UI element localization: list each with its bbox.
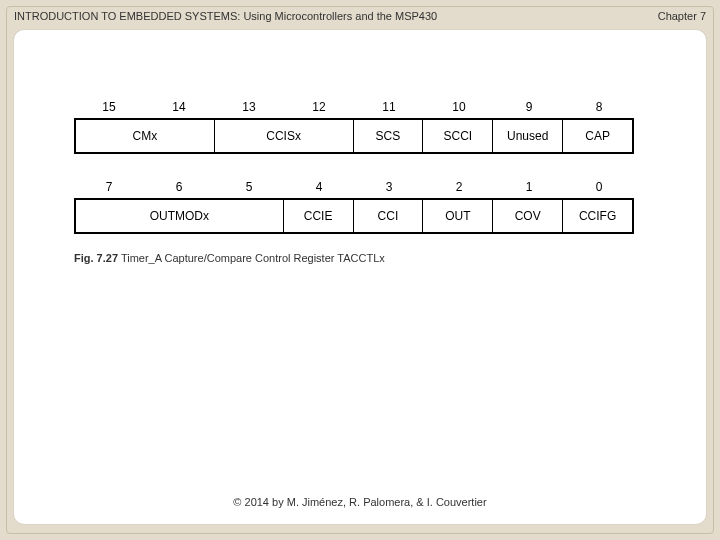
bit-number: 4 (284, 180, 354, 194)
bit-number: 2 (424, 180, 494, 194)
field-ccifg: CCIFG (563, 200, 632, 232)
bit-number: 3 (354, 180, 424, 194)
field-cap: CAP (563, 120, 632, 152)
field-scci: SCCI (423, 120, 493, 152)
figure-caption: Fig. 7.27 Timer_A Capture/Compare Contro… (74, 252, 634, 264)
register-upper-row: CMx CCISx SCS SCCI Unused CAP (74, 118, 634, 154)
field-scs: SCS (354, 120, 424, 152)
field-cov: COV (493, 200, 563, 232)
bit-number: 13 (214, 100, 284, 114)
bit-number: 5 (214, 180, 284, 194)
bit-number: 1 (494, 180, 564, 194)
slide-page: 15 14 13 12 11 10 9 8 CMx CCISx SCS SCCI… (14, 30, 706, 524)
field-outmodx: OUTMODx (76, 200, 284, 232)
register-diagram: 15 14 13 12 11 10 9 8 CMx CCISx SCS SCCI… (74, 100, 634, 264)
field-unused: Unused (493, 120, 563, 152)
field-out: OUT (423, 200, 493, 232)
bit-number: 7 (74, 180, 144, 194)
field-cmx: CMx (76, 120, 215, 152)
book-title: INTRODUCTION TO EMBEDDED SYSTEMS: Using … (14, 10, 437, 22)
register-lower-row: OUTMODx CCIE CCI OUT COV CCIFG (74, 198, 634, 234)
bit-number: 11 (354, 100, 424, 114)
bit-number: 9 (494, 100, 564, 114)
bit-number: 8 (564, 100, 634, 114)
bit-number: 12 (284, 100, 354, 114)
copyright-footer: © 2014 by M. Jiménez, R. Palomera, & I. … (14, 496, 706, 508)
bit-number: 15 (74, 100, 144, 114)
figure-number: Fig. 7.27 (74, 252, 118, 264)
field-ccisx: CCISx (215, 120, 354, 152)
bit-numbers-upper: 15 14 13 12 11 10 9 8 (74, 100, 634, 114)
bit-number: 0 (564, 180, 634, 194)
header-row: INTRODUCTION TO EMBEDDED SYSTEMS: Using … (14, 10, 706, 22)
figure-text: Timer_A Capture/Compare Control Register… (121, 252, 385, 264)
chapter-label: Chapter 7 (658, 10, 706, 22)
bit-number: 6 (144, 180, 214, 194)
bit-number: 14 (144, 100, 214, 114)
field-cci: CCI (354, 200, 424, 232)
bit-number: 10 (424, 100, 494, 114)
bit-numbers-lower: 7 6 5 4 3 2 1 0 (74, 180, 634, 194)
field-ccie: CCIE (284, 200, 354, 232)
